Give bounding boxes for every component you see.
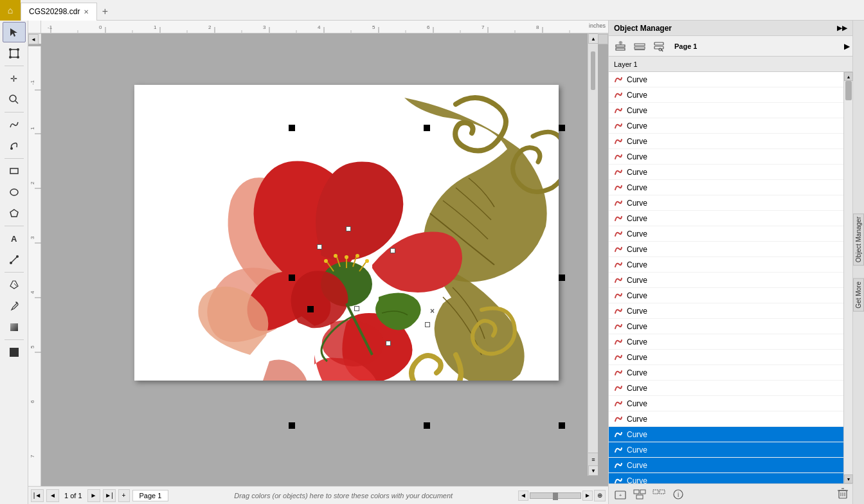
svg-rect-80 — [634, 50, 645, 50]
object-item-20[interactable]: Curve — [609, 365, 852, 381]
object-item-14[interactable]: Curve — [609, 273, 852, 288]
fill-tool-button[interactable] — [3, 274, 26, 295]
object-item-26[interactable]: Curve — [609, 458, 852, 473]
svg-text:4: 4 — [318, 24, 321, 30]
last-page-button[interactable]: ►| — [103, 489, 116, 502]
object-item-4[interactable]: Curve — [609, 118, 852, 134]
scroll-up-button[interactable]: ▲ — [588, 33, 598, 44]
panel-scroll-thumb[interactable] — [845, 81, 852, 100]
object-item-27[interactable]: Curve — [609, 473, 852, 483]
scroll-down-button[interactable]: ▼ — [588, 465, 598, 476]
scroll-thumb-v[interactable] — [591, 51, 595, 90]
first-page-button[interactable]: |◄ — [31, 489, 44, 502]
object-item-5[interactable]: Curve — [609, 134, 852, 149]
document-tab[interactable]: CGS20298.cdr ✕ — [21, 3, 97, 21]
page-tab[interactable]: Page 1 — [132, 490, 169, 501]
object-item-11[interactable]: Curve — [609, 226, 852, 242]
svg-text:✛: ✛ — [10, 74, 17, 84]
add-page-button[interactable]: + — [118, 489, 130, 502]
delete-button[interactable] — [836, 486, 850, 502]
object-item-6[interactable]: Curve — [609, 149, 852, 165]
ellipse-tool-button[interactable] — [3, 182, 26, 203]
group-objects-button[interactable] — [631, 487, 649, 502]
object-item-21[interactable]: Curve — [609, 381, 852, 396]
object-properties-button[interactable]: i — [669, 487, 687, 502]
color-manager-button[interactable] — [3, 342, 26, 363]
select-tool-button[interactable] — [3, 22, 26, 42]
canvas-viewport[interactable]: × ▲ ≡ ▼ — [41, 33, 598, 486]
object-item-7[interactable]: Curve — [609, 165, 852, 180]
object-item-9[interactable]: Curve — [609, 195, 852, 211]
object-item-22[interactable]: Curve — [609, 396, 852, 411]
object-label-21: Curve — [627, 384, 647, 393]
scroll-left-button[interactable]: ◄ — [28, 34, 39, 44]
app-icon: ⌂ — [0, 0, 21, 21]
object-item-8[interactable]: Curve — [609, 180, 852, 195]
object-item-1[interactable]: Curve — [609, 72, 852, 87]
panel-expand-button[interactable]: ▶▶ — [837, 23, 847, 33]
svg-line-14 — [11, 256, 17, 263]
node-handle-1 — [317, 244, 322, 249]
curve-icon-21 — [614, 384, 623, 393]
object-label-11: Curve — [627, 230, 647, 239]
smart-draw-button[interactable] — [3, 136, 26, 156]
text-tool-button[interactable]: A — [3, 228, 26, 249]
canvas-scroll-area[interactable]: -1 1 2 3 4 5 6 7 — [28, 33, 608, 486]
object-list[interactable]: CurveCurveCurveCurveCurveCurveCurveCurve… — [609, 72, 852, 483]
object-item-18[interactable]: Curve — [609, 334, 852, 350]
selection-handle-bm — [424, 422, 430, 429]
next-page-button[interactable]: ► — [87, 489, 100, 502]
rectangle-tool-button[interactable] — [3, 161, 26, 181]
polygon-tool-button[interactable] — [3, 203, 26, 224]
zoom-tool-button[interactable] — [3, 89, 26, 110]
object-item-12[interactable]: Curve — [609, 242, 852, 257]
object-item-3[interactable]: Curve — [609, 103, 852, 118]
curve-icon-3 — [614, 106, 623, 115]
scrollbar-resize[interactable]: ≡ — [588, 453, 598, 465]
panel-arrow[interactable]: ▶ — [844, 42, 850, 51]
object-item-13[interactable]: Curve — [609, 257, 852, 273]
pan-tool-button[interactable]: ✛ — [3, 68, 26, 89]
ungroup-button[interactable] — [650, 487, 668, 502]
object-item-25[interactable]: Curve — [609, 442, 852, 458]
new-tab-button[interactable]: + — [97, 4, 113, 19]
object-item-15[interactable]: Curve — [609, 288, 852, 303]
object-label-14: Curve — [627, 276, 647, 285]
zoom-slider[interactable] — [530, 492, 581, 499]
interactive-fill-button[interactable] — [3, 317, 26, 338]
connector-tool-button[interactable] — [3, 249, 26, 270]
object-item-2[interactable]: Curve — [609, 87, 852, 103]
panel-scrollbar[interactable]: ▲ ▼ — [843, 72, 852, 483]
freehand-tool-button[interactable] — [3, 114, 26, 135]
new-object-button[interactable]: + — [611, 487, 629, 502]
svg-text:+: + — [619, 492, 622, 498]
object-item-23[interactable]: Curve — [609, 411, 852, 427]
panel-scroll-up[interactable]: ▲ — [844, 72, 853, 81]
object-item-17[interactable]: Curve — [609, 319, 852, 334]
zoom-out-button[interactable]: ◄ — [518, 491, 528, 501]
curve-icon-12 — [614, 245, 623, 254]
separator-3 — [4, 158, 24, 159]
object-item-10[interactable]: Curve — [609, 211, 852, 226]
zoom-in-button[interactable]: ► — [582, 491, 593, 501]
object-label-27: Curve — [627, 476, 647, 484]
object-label-6: Curve — [627, 152, 647, 161]
panel-scroll-down[interactable]: ▼ — [844, 474, 853, 483]
shape-tool-button[interactable] — [3, 43, 26, 64]
object-label-3: Curve — [627, 106, 647, 115]
get-more-tab[interactable]: Get More — [853, 278, 864, 312]
layer-settings-button[interactable] — [650, 39, 668, 54]
zoom-icon[interactable]: ⊕ — [594, 490, 606, 501]
object-label-22: Curve — [627, 399, 647, 408]
object-item-19[interactable]: Curve — [609, 350, 852, 365]
object-item-24[interactable]: Curve — [609, 427, 852, 442]
tab-close-icon[interactable]: ✕ — [84, 8, 89, 15]
scrollbar-right[interactable]: ▲ ≡ ▼ — [588, 33, 598, 476]
new-master-layer-button[interactable] — [631, 39, 649, 54]
object-manager-tab[interactable]: Object Manager — [853, 213, 864, 266]
new-layer-button[interactable]: ⊕ — [611, 39, 629, 54]
eyedropper-tool-button[interactable] — [3, 296, 26, 316]
object-item-16[interactable]: Curve — [609, 303, 852, 319]
node-handle-6 — [386, 341, 391, 346]
prev-page-button[interactable]: ◄ — [46, 489, 59, 502]
